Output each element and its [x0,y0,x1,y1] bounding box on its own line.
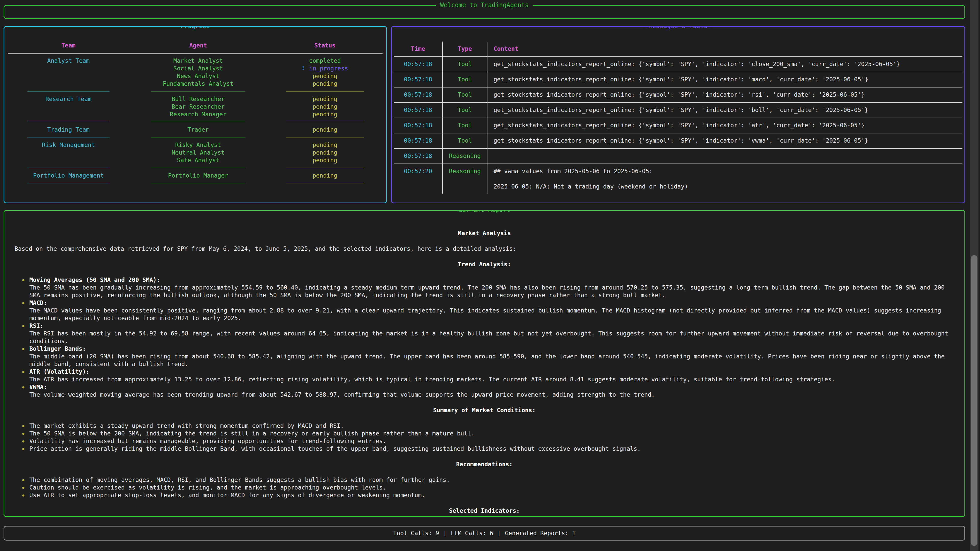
agent-label: Market Analyst [129,57,267,65]
message-content: get_stockstats_indicators_report_online:… [487,72,963,87]
bullet-icon: ● [22,383,26,399]
summary-list: ● The market exhibits a steady upward tr… [14,422,954,453]
bullet-icon: ● [22,437,26,445]
bullet-label: RSI: [29,322,954,330]
report-panel: Current Report Market Analysis Based on … [3,210,965,517]
message-time: 00:57:18 [394,87,443,102]
bullet-icon: ● [22,422,26,430]
tradingagents-terminal: Welcome to TradingAgents Progress Team A… [0,0,980,551]
report-intro: Based on the comprehensive data retrieve… [14,245,954,252]
agent-label: Bull Researcher [129,95,267,103]
group-divider [267,164,383,171]
message-time: 00:57:18 [394,72,443,87]
progress-panel: Progress Team Agent Status Analyst Team … [3,26,387,203]
team-label: Research Team [8,95,129,103]
bullet-icon: ● [22,345,26,368]
bullet-text: The 50 SMA is below the 200 SMA, indicat… [29,430,475,437]
message-row: 00:57:18 Tool get_stockstats_indicators_… [394,72,963,87]
group-divider [8,164,129,171]
team-label [8,149,129,156]
group-divider [129,179,267,187]
bullet-text: The combination of moving averages, MACD… [29,476,450,483]
status-badge: pending [267,80,383,87]
message-content: get_stockstats_indicators_report_online:… [487,118,963,133]
message-row: 00:57:18 Reasoning [394,148,963,164]
message-content: get_stockstats_indicators_report_online:… [487,87,963,102]
group-divider [8,133,129,141]
messages-header-content: Content [487,41,963,56]
team-label [8,80,129,87]
bullet-label: MACD: [29,299,954,306]
message-row: 00:57:18 Tool get_stockstats_indicators_… [394,87,963,102]
agent-label: Research Manager [129,110,267,118]
bullet-icon: ● [22,368,26,383]
agent-label: Bear Researcher [129,103,267,110]
messages-panel: Messages & Tools Time Type Content 00:57… [391,26,965,203]
progress-header-agent: Agent [129,41,267,49]
trend-analysis-list: ● Moving Averages (50 SMA and 200 SMA): … [14,276,954,399]
status-badge: pending [267,103,383,110]
bullet-item: ● Use ATR to set appropriate stop-loss l… [22,491,954,499]
status-badge: pending [267,156,383,164]
message-type: Reasoning [443,149,487,164]
section-heading-trend-analysis: Trend Analysis: [14,260,954,268]
bullet-item: ● Bollinger Bands: The middle band (20 S… [22,345,954,368]
team-label: Portfolio Management [8,171,129,179]
report-heading: Market Analysis [14,229,954,237]
stat-separator: | [497,530,501,537]
status-text: in_progress [309,65,348,72]
welcome-panel: Welcome to TradingAgents [3,5,965,19]
scrollbar-thumb[interactable] [971,255,977,546]
status-badge: pending [267,126,383,133]
status-badge: pending [267,110,383,118]
group-divider [8,118,129,126]
message-type: Tool [443,87,487,102]
bullet-label: Moving Averages (50 SMA and 200 SMA): [29,276,954,284]
bullet-text: The volume-weighted moving average has b… [29,391,655,398]
team-label [8,156,129,164]
progress-table: Team Agent Status Analyst Team Market An… [4,27,386,187]
team-label [8,65,129,72]
group-divider [129,87,267,95]
bullet-label: Bollinger Bands: [29,345,954,353]
message-type: Tool [443,118,487,133]
group-divider [267,87,383,95]
bullet-item: ● VWMA: The volume-weighted moving avera… [22,383,954,399]
message-time: 00:57:18 [394,118,443,133]
bullet-label: VWMA: [29,383,954,391]
group-divider [267,179,383,187]
bullet-item: ● ATR (Volatility): The ATR has increase… [22,368,954,383]
progress-panel-title: Progress [177,26,214,30]
bullet-icon: ● [22,491,26,499]
bullet-item: ● RSI: The RSI has been mostly in the 54… [22,322,954,345]
message-content [487,149,963,164]
group-divider [267,118,383,126]
spinner-icon: ⠇ [302,65,306,72]
message-content: get_stockstats_indicators_report_online:… [487,57,963,72]
scrollbar-track[interactable] [970,0,978,551]
status-badge: pending [267,141,383,149]
message-time: 00:57:18 [394,149,443,164]
status-badge: completed [267,57,383,65]
team-label [8,110,129,118]
message-content: get_stockstats_indicators_report_online:… [487,133,963,148]
message-row: 00:57:18 Tool get_stockstats_indicators_… [394,56,963,72]
message-time: 00:57:18 [394,133,443,148]
bullet-text: The ATR has increased from approximately… [29,376,835,383]
bullet-text: Price action is generally riding the mid… [29,445,641,452]
group-divider [8,87,129,95]
section-heading-selected-indicators: Selected Indicators: [14,507,954,514]
message-time: 00:57:20 [394,164,443,194]
bullet-item: ● The combination of moving averages, MA… [22,476,954,484]
bullet-text: Caution should be exercised as volatilit… [29,484,387,491]
footer-stats-bar: Tool Calls: 9 | LLM Calls: 6 | Generated… [3,526,965,540]
message-content: get_stockstats_indicators_report_online:… [487,103,963,118]
message-row: 00:57:18 Tool get_stockstats_indicators_… [394,118,963,133]
bullet-icon: ● [22,476,26,484]
bullet-icon: ● [22,299,26,322]
message-type: Reasoning [443,164,487,194]
bullet-text: The MACD values have been consistently p… [29,307,941,321]
agent-label: Social Analyst [129,65,267,72]
message-type: Tool [443,133,487,148]
bullet-icon: ● [22,430,26,437]
